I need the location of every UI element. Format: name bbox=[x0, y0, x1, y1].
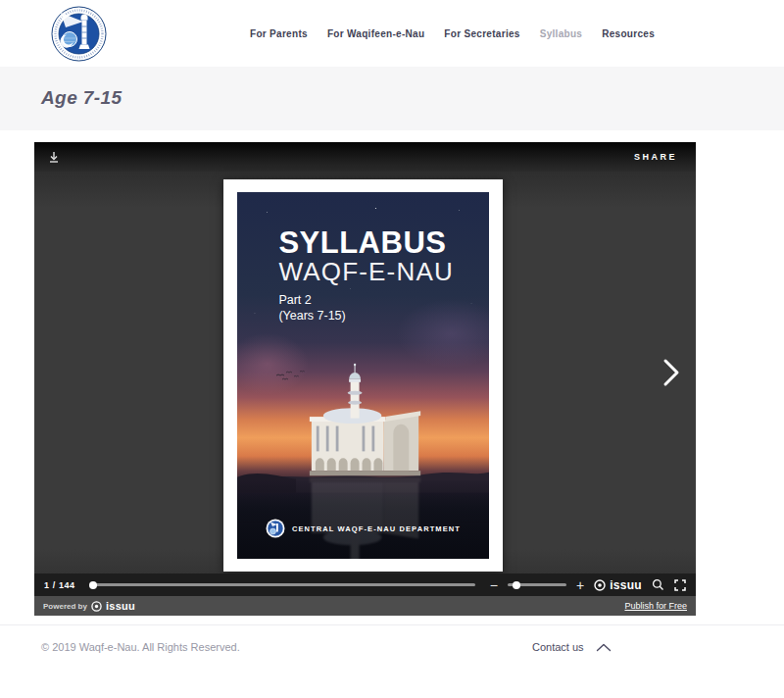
department-row: CENTRAL WAQF-E-NAU DEPARTMENT bbox=[237, 519, 489, 538]
fullscreen-icon bbox=[674, 579, 686, 591]
issuu-logo-icon bbox=[91, 601, 102, 612]
site-footer: © 2019 Waqf-e-Nau. All Rights Reserved. … bbox=[0, 624, 784, 698]
powered-bar: Powered by issuu Publish for Free bbox=[34, 596, 696, 616]
cover-subtitle: WAQF-E-NAU bbox=[278, 258, 454, 287]
document-cover: SYLLABUS WAQF-E-NAU Part 2 (Years 7-15) … bbox=[237, 192, 489, 559]
page-counter: 1 / 144 bbox=[44, 580, 75, 590]
powered-by-label: Powered by bbox=[43, 602, 87, 611]
document-page[interactable]: SYLLABUS WAQF-E-NAU Part 2 (Years 7-15) … bbox=[223, 179, 503, 572]
zoom-out-button[interactable]: − bbox=[490, 578, 498, 592]
chevron-right-icon bbox=[662, 358, 680, 387]
title-band: Age 7-15 bbox=[0, 67, 784, 130]
scroll-top-button[interactable] bbox=[590, 639, 617, 656]
magnifier-icon bbox=[652, 578, 664, 591]
issuu-brand-link[interactable]: issuu bbox=[594, 578, 642, 592]
nav-resources[interactable]: Resources bbox=[602, 28, 655, 39]
powered-by-issuu-link[interactable]: Powered by issuu bbox=[43, 600, 135, 612]
site-header: For Parents For Waqifeen-e-Nau For Secre… bbox=[0, 0, 784, 67]
site-logo[interactable] bbox=[51, 6, 107, 62]
download-button[interactable] bbox=[47, 150, 61, 164]
zoom-slider[interactable] bbox=[508, 583, 566, 586]
nav-for-parents[interactable]: For Parents bbox=[250, 28, 308, 39]
department-logo-icon bbox=[266, 519, 285, 538]
cover-title: SYLLABUS bbox=[278, 227, 454, 258]
issuu-wordmark: issuu bbox=[106, 600, 135, 612]
share-button[interactable]: SHARE bbox=[628, 151, 683, 163]
cover-years: (Years 7-15) bbox=[278, 309, 454, 323]
read-zoom-button[interactable] bbox=[652, 578, 664, 591]
zoom-in-button[interactable]: + bbox=[576, 578, 584, 592]
download-icon bbox=[47, 150, 61, 164]
nav-for-secretaries[interactable]: For Secretaries bbox=[444, 28, 519, 39]
next-page-button[interactable] bbox=[653, 348, 690, 397]
waqf-e-nau-logo-icon bbox=[51, 6, 107, 62]
cover-part: Part 2 bbox=[278, 293, 454, 307]
cover-text-block: SYLLABUS WAQF-E-NAU Part 2 (Years 7-15) bbox=[278, 227, 454, 324]
contact-us-link[interactable]: Contact us bbox=[532, 641, 584, 653]
main-nav: For Parents For Waqifeen-e-Nau For Secre… bbox=[250, 0, 655, 67]
chevron-up-icon bbox=[596, 643, 612, 652]
mosque-illustration bbox=[290, 356, 436, 476]
viewer-controls-bar: 1 / 144 − + issuu bbox=[34, 573, 696, 596]
zoom-slider-knob[interactable] bbox=[513, 581, 520, 589]
page-title: Age 7-15 bbox=[41, 87, 122, 109]
mosque-reflection bbox=[290, 476, 436, 559]
page-progress-slider[interactable] bbox=[90, 583, 475, 586]
copyright-text: © 2019 Waqf-e-Nau. All Rights Reserved. bbox=[41, 641, 240, 653]
birds-illustration bbox=[272, 370, 310, 383]
issuu-logo-icon bbox=[594, 579, 606, 591]
fullscreen-button[interactable] bbox=[674, 579, 686, 591]
nav-for-waqifeen-e-nau[interactable]: For Waqifeen-e-Nau bbox=[327, 28, 424, 39]
viewer-stage: SYLLABUS WAQF-E-NAU Part 2 (Years 7-15) … bbox=[34, 172, 696, 573]
department-label: CENTRAL WAQF-E-NAU DEPARTMENT bbox=[292, 524, 461, 533]
issuu-brand-label: issuu bbox=[610, 578, 642, 592]
issuu-viewer-embed: SHARE bbox=[34, 142, 696, 616]
nav-syllabus[interactable]: Syllabus bbox=[540, 28, 583, 39]
publish-for-free-link[interactable]: Publish for Free bbox=[624, 601, 687, 611]
progress-knob[interactable] bbox=[89, 581, 97, 589]
viewer-topbar: SHARE bbox=[34, 142, 696, 172]
